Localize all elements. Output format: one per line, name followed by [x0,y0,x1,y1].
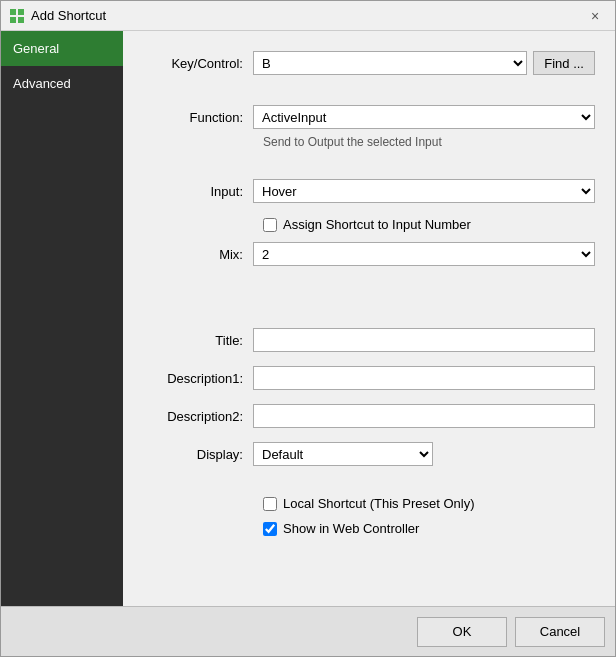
window-title: Add Shortcut [31,8,583,23]
show-web-label[interactable]: Show in Web Controller [283,521,419,536]
title-bar: Add Shortcut × [1,1,615,31]
display-controls: Default [253,442,595,466]
local-shortcut-checkbox[interactable] [263,497,277,511]
content-area: Key/Control: B Find ... Function: Active… [123,31,615,606]
description1-input[interactable] [253,366,595,390]
sidebar-item-general[interactable]: General [1,31,123,66]
description1-label: Description1: [143,371,253,386]
display-label: Display: [143,447,253,462]
description1-controls [253,366,595,390]
function-select[interactable]: ActiveInput [253,105,595,129]
key-control-label: Key/Control: [143,56,253,71]
title-label: Title: [143,333,253,348]
description2-label: Description2: [143,409,253,424]
local-shortcut-row: Local Shortcut (This Preset Only) [263,496,595,511]
input-label: Input: [143,184,253,199]
display-row: Display: Default [143,442,595,466]
function-row: Function: ActiveInput [143,105,595,129]
mix-controls: 2 [253,242,595,266]
description1-row: Description1: [143,366,595,390]
svg-rect-1 [18,9,24,15]
key-control-select[interactable]: B [253,51,527,75]
local-shortcut-label[interactable]: Local Shortcut (This Preset Only) [283,496,474,511]
svg-rect-0 [10,9,16,15]
footer: OK Cancel [1,606,615,656]
key-control-controls: B Find ... [253,51,595,75]
sidebar-item-advanced[interactable]: Advanced [1,66,123,101]
description2-controls [253,404,595,428]
assign-shortcut-checkbox[interactable] [263,218,277,232]
title-row: Title: [143,328,595,352]
mix-label: Mix: [143,247,253,262]
assign-shortcut-label[interactable]: Assign Shortcut to Input Number [283,217,471,232]
input-controls: Hover [253,179,595,203]
svg-rect-3 [18,17,24,23]
function-label: Function: [143,110,253,125]
show-web-row: Show in Web Controller [263,521,595,536]
key-control-row: Key/Control: B Find ... [143,51,595,75]
display-select[interactable]: Default [253,442,433,466]
add-shortcut-window: Add Shortcut × General Advanced Key/Cont… [0,0,616,657]
window-body: General Advanced Key/Control: B Find ... [1,31,615,606]
mix-row: Mix: 2 [143,242,595,266]
show-web-checkbox[interactable] [263,522,277,536]
title-controls [253,328,595,352]
input-select[interactable]: Hover [253,179,595,203]
cancel-button[interactable]: Cancel [515,617,605,647]
sidebar: General Advanced [1,31,123,606]
ok-button[interactable]: OK [417,617,507,647]
app-icon [9,8,25,24]
function-controls: ActiveInput [253,105,595,129]
assign-shortcut-row: Assign Shortcut to Input Number [263,217,595,232]
title-input[interactable] [253,328,595,352]
svg-rect-2 [10,17,16,23]
input-row: Input: Hover [143,179,595,203]
find-button[interactable]: Find ... [533,51,595,75]
description2-row: Description2: [143,404,595,428]
close-button[interactable]: × [583,4,607,28]
mix-select[interactable]: 2 [253,242,595,266]
function-hint: Send to Output the selected Input [263,135,595,149]
description2-input[interactable] [253,404,595,428]
